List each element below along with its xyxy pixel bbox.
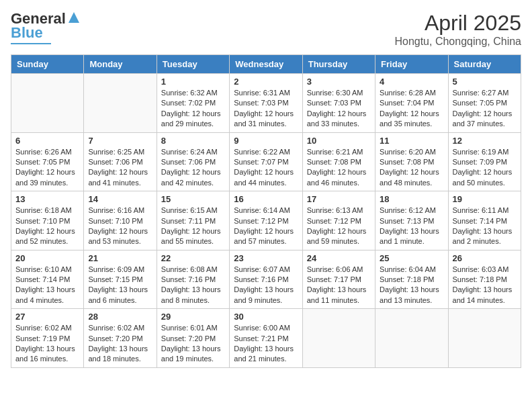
week-row-3: 13Sunrise: 6:18 AM Sunset: 7:10 PM Dayli… [11,191,521,250]
day-info: Sunrise: 6:14 AM Sunset: 7:12 PM Dayligh… [234,205,298,247]
day-info: Sunrise: 6:01 AM Sunset: 7:20 PM Dayligh… [161,323,225,365]
day-number: 16 [234,194,298,204]
calendar-cell-3-7: 19Sunrise: 6:11 AM Sunset: 7:14 PM Dayli… [448,191,521,250]
calendar-cell-1-7: 5Sunrise: 6:27 AM Sunset: 7:05 PM Daylig… [448,74,521,133]
calendar-cell-4-1: 20Sunrise: 6:10 AM Sunset: 7:14 PM Dayli… [11,250,84,309]
calendar-cell-2-2: 7Sunrise: 6:25 AM Sunset: 7:06 PM Daylig… [84,132,157,191]
calendar-cell-3-6: 18Sunrise: 6:12 AM Sunset: 7:13 PM Dayli… [375,191,448,250]
day-number: 30 [234,312,298,322]
calendar-cell-2-4: 9Sunrise: 6:22 AM Sunset: 7:07 PM Daylig… [230,132,302,191]
calendar-cell-4-3: 22Sunrise: 6:08 AM Sunset: 7:16 PM Dayli… [157,250,229,309]
day-number: 27 [15,312,79,322]
day-info: Sunrise: 6:04 AM Sunset: 7:18 PM Dayligh… [380,265,443,306]
logo-underline [11,43,51,44]
calendar-cell-2-6: 11Sunrise: 6:20 AM Sunset: 7:08 PM Dayli… [375,132,448,191]
day-number: 20 [15,253,79,263]
calendar-cell-1-5: 3Sunrise: 6:30 AM Sunset: 7:03 PM Daylig… [302,74,375,133]
calendar-cell-1-3: 1Sunrise: 6:32 AM Sunset: 7:02 PM Daylig… [157,74,229,133]
day-number: 5 [453,77,517,87]
col-tuesday: Tuesday [157,55,229,74]
day-number: 13 [15,194,79,204]
calendar-cell-4-2: 21Sunrise: 6:09 AM Sunset: 7:15 PM Dayli… [84,250,157,309]
calendar-cell-5-2: 28Sunrise: 6:02 AM Sunset: 7:20 PM Dayli… [84,309,157,368]
day-info: Sunrise: 6:09 AM Sunset: 7:15 PM Dayligh… [88,265,152,306]
day-info: Sunrise: 6:28 AM Sunset: 7:04 PM Dayligh… [380,88,443,130]
day-info: Sunrise: 6:15 AM Sunset: 7:11 PM Dayligh… [161,205,225,247]
day-number: 15 [161,194,225,204]
day-info: Sunrise: 6:26 AM Sunset: 7:05 PM Dayligh… [15,147,79,189]
calendar-cell-1-6: 4Sunrise: 6:28 AM Sunset: 7:04 PM Daylig… [375,74,448,133]
logo: General Blue [11,11,81,44]
col-monday: Monday [84,55,157,74]
day-info: Sunrise: 6:12 AM Sunset: 7:13 PM Dayligh… [380,205,443,247]
day-number: 1 [161,77,225,87]
calendar-cell-3-4: 16Sunrise: 6:14 AM Sunset: 7:12 PM Dayli… [230,191,302,250]
calendar-cell-5-5 [302,309,375,368]
calendar-cell-3-1: 13Sunrise: 6:18 AM Sunset: 7:10 PM Dayli… [11,191,84,250]
col-wednesday: Wednesday [230,55,302,74]
calendar-cell-1-4: 2Sunrise: 6:31 AM Sunset: 7:03 PM Daylig… [230,74,302,133]
day-number: 19 [453,194,517,204]
day-info: Sunrise: 6:10 AM Sunset: 7:14 PM Dayligh… [15,265,79,306]
day-number: 6 [15,136,79,146]
col-friday: Friday [375,55,448,74]
day-info: Sunrise: 6:18 AM Sunset: 7:10 PM Dayligh… [15,205,79,247]
day-number: 2 [234,77,298,87]
day-info: Sunrise: 6:07 AM Sunset: 7:16 PM Dayligh… [234,265,298,306]
calendar-cell-5-7 [448,309,521,368]
week-row-5: 27Sunrise: 6:02 AM Sunset: 7:19 PM Dayli… [11,309,521,368]
day-info: Sunrise: 6:00 AM Sunset: 7:21 PM Dayligh… [234,323,298,365]
col-sunday: Sunday [11,55,84,74]
day-info: Sunrise: 6:02 AM Sunset: 7:19 PM Dayligh… [15,323,79,365]
calendar-header-row: Sunday Monday Tuesday Wednesday Thursday… [11,55,521,74]
day-info: Sunrise: 6:27 AM Sunset: 7:05 PM Dayligh… [453,88,517,130]
calendar-cell-3-3: 15Sunrise: 6:15 AM Sunset: 7:11 PM Dayli… [157,191,229,250]
day-number: 26 [453,253,517,263]
calendar-cell-2-5: 10Sunrise: 6:21 AM Sunset: 7:08 PM Dayli… [302,132,375,191]
calendar-cell-3-5: 17Sunrise: 6:13 AM Sunset: 7:12 PM Dayli… [302,191,375,250]
calendar-cell-1-1 [11,74,84,133]
calendar-cell-5-3: 29Sunrise: 6:01 AM Sunset: 7:20 PM Dayli… [157,309,229,368]
day-info: Sunrise: 6:08 AM Sunset: 7:16 PM Dayligh… [161,265,225,306]
day-info: Sunrise: 6:19 AM Sunset: 7:09 PM Dayligh… [453,147,517,189]
day-number: 17 [307,194,371,204]
day-info: Sunrise: 6:21 AM Sunset: 7:08 PM Dayligh… [307,147,371,189]
day-info: Sunrise: 6:13 AM Sunset: 7:12 PM Dayligh… [307,205,371,247]
calendar-location: Hongtu, Chongqing, China [394,36,521,48]
day-info: Sunrise: 6:31 AM Sunset: 7:03 PM Dayligh… [234,88,298,130]
day-info: Sunrise: 6:06 AM Sunset: 7:17 PM Dayligh… [307,265,371,306]
calendar-cell-2-7: 12Sunrise: 6:19 AM Sunset: 7:09 PM Dayli… [448,132,521,191]
day-info: Sunrise: 6:02 AM Sunset: 7:20 PM Dayligh… [88,323,152,365]
logo-blue: Blue [11,24,43,42]
week-row-4: 20Sunrise: 6:10 AM Sunset: 7:14 PM Dayli… [11,250,521,309]
calendar-cell-1-2 [84,74,157,133]
calendar-cell-4-4: 23Sunrise: 6:07 AM Sunset: 7:16 PM Dayli… [230,250,302,309]
page-header: General Blue April 2025 Hongtu, Chongqin… [11,11,521,48]
calendar-cell-5-4: 30Sunrise: 6:00 AM Sunset: 7:21 PM Dayli… [230,309,302,368]
calendar-title-area: April 2025 Hongtu, Chongqing, China [394,11,521,48]
day-number: 28 [88,312,152,322]
calendar-cell-4-6: 25Sunrise: 6:04 AM Sunset: 7:18 PM Dayli… [375,250,448,309]
day-number: 7 [88,136,152,146]
svg-marker-0 [69,12,79,23]
day-number: 9 [234,136,298,146]
day-info: Sunrise: 6:22 AM Sunset: 7:07 PM Dayligh… [234,147,298,189]
calendar-cell-5-1: 27Sunrise: 6:02 AM Sunset: 7:19 PM Dayli… [11,309,84,368]
day-number: 12 [453,136,517,146]
col-thursday: Thursday [302,55,375,74]
week-row-1: 1Sunrise: 6:32 AM Sunset: 7:02 PM Daylig… [11,74,521,133]
day-info: Sunrise: 6:24 AM Sunset: 7:06 PM Dayligh… [161,147,225,189]
day-number: 21 [88,253,152,263]
day-number: 24 [307,253,371,263]
day-info: Sunrise: 6:11 AM Sunset: 7:14 PM Dayligh… [453,205,517,247]
day-info: Sunrise: 6:25 AM Sunset: 7:06 PM Dayligh… [88,147,152,189]
day-number: 10 [307,136,371,146]
calendar-month-year: April 2025 [394,11,521,36]
day-number: 8 [161,136,225,146]
day-number: 29 [161,312,225,322]
calendar-table: Sunday Monday Tuesday Wednesday Thursday… [11,54,521,368]
calendar-cell-4-7: 26Sunrise: 6:03 AM Sunset: 7:18 PM Dayli… [448,250,521,309]
day-number: 4 [380,77,443,87]
day-number: 23 [234,253,298,263]
day-info: Sunrise: 6:30 AM Sunset: 7:03 PM Dayligh… [307,88,371,130]
